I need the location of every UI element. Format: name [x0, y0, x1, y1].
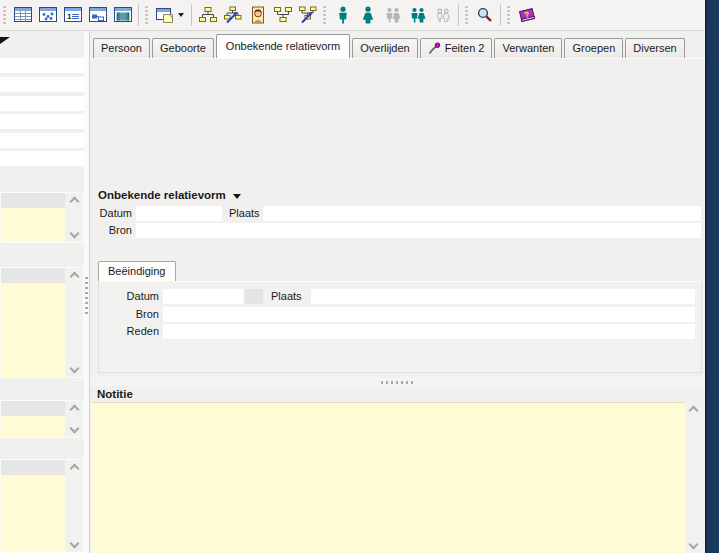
toolbar-grip[interactable]	[323, 6, 326, 24]
tab-beeindiging[interactable]: Beëindiging	[98, 261, 176, 281]
pair-inactive-icon	[433, 5, 453, 25]
tab-diversen[interactable]: Diversen	[625, 38, 684, 58]
help-book-icon: ?	[517, 5, 537, 25]
scroll-down-icon[interactable]	[69, 539, 79, 549]
toolbar-grip[interactable]	[3, 6, 6, 24]
note-block-textarea[interactable]	[1, 283, 65, 377]
media-view-button[interactable]	[110, 3, 135, 28]
scroll-down-icon[interactable]	[69, 364, 79, 374]
ancestor-chart-report-icon	[298, 5, 318, 25]
ending-plaats-input[interactable]	[311, 289, 695, 304]
scrollbar[interactable]	[65, 401, 83, 437]
couple-button[interactable]	[405, 3, 430, 28]
table-view-button[interactable]	[10, 3, 35, 28]
scroll-up-icon[interactable]	[69, 272, 79, 282]
scroll-down-icon[interactable]	[689, 540, 699, 550]
sidebar-note-block-1	[0, 192, 84, 243]
descendant-chart-button[interactable]	[195, 3, 220, 28]
report-view-button[interactable]: 1	[60, 3, 85, 28]
layout-view-button[interactable]	[85, 3, 110, 28]
pipe-icon	[428, 42, 441, 55]
sidebar-field-5[interactable]	[0, 133, 84, 148]
ancestor-chart-report-button[interactable]	[295, 3, 320, 28]
sidebar-note-block-2	[0, 267, 84, 378]
scrollbar[interactable]	[65, 193, 83, 242]
couple-inactive-button[interactable]	[380, 3, 405, 28]
sidebar-note-block-4	[0, 459, 84, 553]
tab-groepen[interactable]: Groepen	[564, 38, 623, 58]
beeindiging-group: Datum Plaats Bron Reden	[98, 281, 702, 373]
toolbar-separator	[500, 4, 501, 26]
scrollbar[interactable]	[65, 460, 83, 552]
svg-text:1: 1	[67, 12, 72, 21]
toolbar-grip[interactable]	[145, 6, 148, 24]
note-block-textarea[interactable]	[1, 475, 65, 552]
collapse-arrow-icon[interactable]	[0, 37, 10, 44]
horizontal-splitter[interactable]	[90, 377, 705, 386]
scrollbar[interactable]	[65, 268, 83, 377]
relation-header-label: Onbekende relatievorm	[98, 189, 226, 201]
search-button[interactable]	[472, 3, 497, 28]
toolbar-grip[interactable]	[507, 6, 510, 24]
bron-input[interactable]	[136, 223, 701, 238]
new-window-icon	[155, 5, 175, 25]
plaats-input[interactable]	[263, 206, 701, 221]
chevron-down-icon[interactable]	[233, 194, 241, 199]
help-button[interactable]: ?	[514, 3, 539, 28]
female-person-button[interactable]	[355, 3, 380, 28]
couple-inactive-icon	[383, 5, 403, 25]
ending-bron-label: Bron	[103, 307, 159, 322]
descendant-chart-report-icon	[223, 5, 243, 25]
sidebar-field-1[interactable]	[0, 58, 84, 73]
relation-header[interactable]: Onbekende relatievorm	[98, 189, 241, 201]
scroll-down-icon[interactable]	[69, 229, 79, 239]
ending-datum-label: Datum	[103, 289, 159, 304]
ending-reden-input[interactable]	[163, 324, 695, 339]
tab-overlijden[interactable]: Overlijden	[352, 38, 418, 58]
report-view-icon: 1	[63, 5, 83, 25]
toolbar: 1	[0, 0, 705, 31]
notitie-label: Notitie	[97, 388, 133, 400]
datum-label: Datum	[98, 206, 132, 221]
male-person-button[interactable]	[330, 3, 355, 28]
ending-bron-input[interactable]	[163, 307, 695, 322]
tab-bar: Persoon Geboorte Onbekende relatievorm O…	[90, 34, 705, 58]
ancestor-chart-button[interactable]	[270, 3, 295, 28]
toolbar-separator	[138, 4, 139, 26]
tab-onbekende-relatievorm[interactable]: Onbekende relatievorm	[216, 34, 350, 58]
scroll-up-icon[interactable]	[689, 406, 699, 416]
pair-inactive-button[interactable]	[430, 3, 455, 28]
portrait-button[interactable]	[245, 3, 270, 28]
sidebar-field-4[interactable]	[0, 114, 84, 129]
layout-view-icon	[88, 5, 108, 25]
notitie-textarea[interactable]	[91, 402, 685, 553]
chart-view-icon	[38, 5, 58, 25]
splitter-grip[interactable]	[85, 277, 88, 317]
tab-verwanten[interactable]: Verwanten	[494, 38, 562, 58]
sidebar-note-block-3	[0, 400, 84, 438]
toolbar-grip[interactable]	[465, 6, 468, 24]
notitie-scrollbar[interactable]	[685, 402, 702, 553]
scroll-down-icon[interactable]	[69, 424, 79, 434]
sidebar-field-2[interactable]	[0, 77, 84, 92]
tab-feiten-2[interactable]: Feiten 2	[420, 38, 493, 58]
portrait-icon	[248, 5, 268, 25]
window-edge	[705, 0, 719, 553]
sidebar-field-3[interactable]	[0, 96, 84, 111]
new-window-dropdown-caret[interactable]	[178, 13, 184, 17]
new-window-button[interactable]	[152, 3, 177, 28]
datum-input[interactable]	[136, 206, 222, 221]
splitter-grip[interactable]	[381, 381, 413, 384]
sidebar-field-6[interactable]	[0, 151, 84, 166]
note-block-textarea[interactable]	[1, 416, 65, 437]
note-block-textarea[interactable]	[1, 208, 65, 242]
scroll-up-icon[interactable]	[69, 405, 79, 415]
tab-persoon[interactable]: Persoon	[93, 38, 150, 58]
ending-datum-input[interactable]	[163, 289, 243, 304]
scroll-up-icon[interactable]	[69, 464, 79, 474]
scroll-up-icon[interactable]	[69, 197, 79, 207]
descendant-chart-report-button[interactable]	[220, 3, 245, 28]
chart-view-button[interactable]	[35, 3, 60, 28]
tab-geboorte[interactable]: Geboorte	[152, 38, 214, 58]
plaats-label: Plaats	[229, 206, 259, 221]
